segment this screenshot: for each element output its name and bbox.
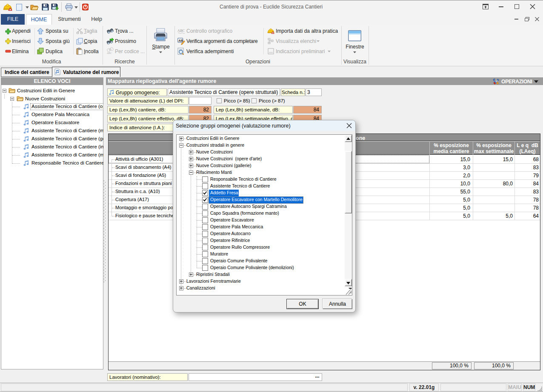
svg-text:AB: AB (178, 39, 183, 43)
svg-text:ABC: ABC (177, 28, 185, 33)
svg-text:ABC: ABC (106, 51, 112, 54)
